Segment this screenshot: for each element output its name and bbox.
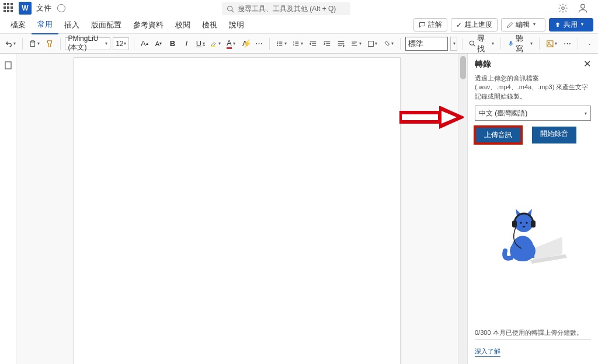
learn-more-link[interactable]: 深入了解 (475, 347, 500, 357)
comments-button[interactable]: 註解 (413, 18, 447, 32)
saved-status-icon (57, 4, 65, 12)
language-select[interactable]: 中文 (臺灣國語) ▾ (475, 106, 591, 121)
app-launcher-icon[interactable] (4, 3, 14, 13)
dictate-button[interactable]: 聽寫▾ (506, 37, 534, 51)
svg-rect-31 (368, 41, 373, 46)
align-button[interactable]: ▾ (349, 37, 363, 51)
style-select[interactable]: 標準 (405, 37, 447, 51)
close-icon[interactable]: ✕ (583, 58, 591, 69)
font-color-button[interactable]: A▾ (225, 37, 237, 51)
designer-button[interactable]: ▾ (544, 37, 559, 51)
text-direction-button[interactable] (335, 37, 347, 51)
word-app-icon: W (19, 2, 32, 15)
svg-rect-34 (510, 41, 512, 44)
find-label: 尋找 (477, 33, 491, 54)
usage-text: 0/300 本月已使用的轉譯上傳分鐘數。 (475, 328, 591, 337)
upload-audio-button[interactable]: 上傳音訊 (475, 127, 521, 144)
underline-button[interactable]: U▾ (194, 37, 206, 51)
tab-file[interactable]: 檔案 (5, 16, 32, 34)
scrollbar-thumb[interactable] (460, 56, 466, 79)
chevron-down-icon: ▾ (581, 22, 588, 29)
vertical-scrollbar[interactable] (458, 54, 467, 364)
svg-text:3: 3 (293, 44, 294, 47)
svg-point-0 (228, 6, 232, 10)
numbering-button[interactable]: 123▾ (291, 37, 305, 51)
workspace: 轉錄 ✕ 透過上傳您的音訊檔案 (.wav、.mp4、.m4a、.mp3) 來產… (0, 54, 598, 364)
highlight-button[interactable]: ▾ (208, 37, 222, 51)
svg-line-1 (232, 10, 234, 12)
language-value: 中文 (臺灣國語) (479, 108, 527, 118)
bold-button[interactable]: B (166, 37, 178, 51)
svg-point-3 (581, 4, 585, 8)
font-name-value: PMingLiU (本文) (68, 34, 105, 52)
chevron-down-icon: ▾ (533, 22, 540, 29)
tab-references[interactable]: 參考資料 (127, 16, 169, 34)
svg-rect-37 (5, 62, 11, 69)
settings-icon[interactable] (557, 2, 569, 14)
svg-point-36 (548, 42, 550, 44)
svg-rect-5 (31, 40, 33, 41)
svg-rect-41 (531, 220, 536, 228)
pencil-icon (506, 22, 513, 29)
comment-icon (419, 22, 426, 29)
svg-rect-6 (211, 46, 215, 46)
format-painter-button[interactable] (44, 37, 55, 51)
share-icon (554, 22, 561, 29)
style-value: 標準 (408, 38, 423, 49)
undo-button[interactable]: ▾ (4, 37, 18, 51)
share-label: 共用 (564, 20, 578, 30)
catchup-button[interactable]: ✓ 趕上進度 (451, 18, 498, 32)
borders-button[interactable]: ▾ (366, 37, 380, 51)
shrink-font-button[interactable]: A▾ (152, 37, 164, 51)
search-icon (227, 5, 234, 13)
font-size-select[interactable]: 12▾ (113, 37, 128, 50)
search-placeholder: 搜尋工具、工具及其他 (Alt + Q) (238, 4, 336, 14)
tab-home[interactable]: 常用 (32, 16, 58, 34)
catchup-icon: ✓ (456, 21, 462, 29)
font-name-select[interactable]: PMingLiU (本文)▾ (65, 37, 110, 50)
document-title[interactable]: 文件 (36, 3, 51, 13)
home-toolbar: ▾ ▾ PMingLiU (本文)▾ 12▾ A▴ A▾ B I U▾ ▾ A▾… (0, 34, 598, 54)
page[interactable] (74, 57, 401, 364)
editing-mode-button[interactable]: 編輯 ▾ (501, 18, 545, 32)
chevron-down-icon: ▾ (585, 111, 587, 116)
more-commands-button[interactable]: ⋯ (561, 37, 573, 51)
ribbon-tabs: 檔案 常用 插入 版面配置 參考資料 校閱 檢視 說明 註解 ✓ 趕上進度 編輯… (0, 16, 598, 34)
grow-font-button[interactable]: A▴ (138, 37, 150, 51)
share-button[interactable]: 共用 ▾ (549, 18, 593, 32)
catchup-label: 趕上進度 (464, 20, 492, 30)
dictate-label: 聽寫 (516, 33, 529, 54)
account-avatar-icon[interactable] (577, 2, 589, 14)
title-bar: W 文件 搜尋工具、工具及其他 (Alt + Q) (0, 0, 598, 16)
svg-line-33 (474, 45, 475, 47)
more-font-button[interactable]: ⋯ (253, 37, 265, 51)
tab-layout[interactable]: 版面配置 (85, 16, 127, 34)
clear-format-button[interactable]: A⚡ (239, 37, 251, 51)
bullets-button[interactable]: ▾ (274, 37, 288, 51)
paste-button[interactable]: ▾ (27, 37, 41, 51)
tab-view[interactable]: 檢視 (196, 16, 223, 34)
svg-point-43 (526, 222, 527, 223)
tab-review[interactable]: 校閱 (169, 16, 196, 34)
start-recording-button[interactable]: 開始錄音 (532, 127, 576, 144)
font-size-value: 12 (116, 40, 123, 48)
ribbon-toggle-button[interactable]: ⌄ (583, 37, 594, 51)
document-canvas[interactable] (16, 54, 458, 364)
increase-indent-button[interactable] (321, 37, 333, 51)
style-dropdown-button[interactable]: ▾ (450, 37, 458, 51)
find-button[interactable]: 尋找▾ (467, 37, 496, 51)
svg-point-11 (277, 45, 278, 46)
search-input[interactable]: 搜尋工具、工具及其他 (Alt + Q) (222, 2, 350, 15)
italic-button[interactable]: I (180, 37, 192, 51)
navigation-rail (0, 54, 16, 364)
shading-button[interactable]: ▾ (381, 37, 395, 51)
tab-insert[interactable]: 插入 (58, 16, 85, 34)
decrease-indent-button[interactable] (307, 37, 319, 51)
editing-label: 編輯 (516, 20, 530, 30)
tab-help[interactable]: 說明 (223, 16, 250, 34)
pages-pane-button[interactable] (2, 58, 15, 72)
panel-illustration (468, 144, 598, 324)
search-icon (469, 40, 475, 47)
svg-point-42 (520, 222, 521, 223)
panel-description: 透過上傳您的音訊檔案 (.wav、.mp4、.m4a、.mp3) 來產生文字記錄… (468, 74, 598, 106)
